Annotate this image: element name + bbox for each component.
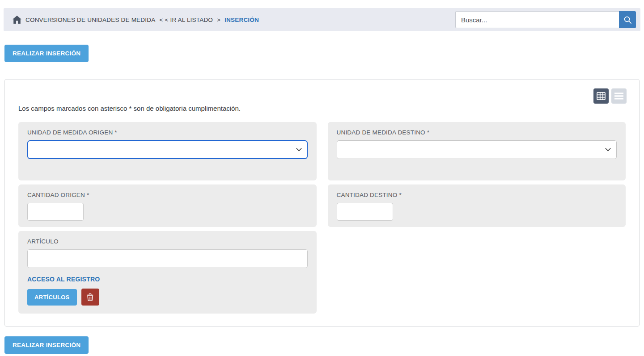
required-fields-note: Los campos marcados con asterisco * son … — [18, 105, 626, 112]
view-toggles — [593, 88, 627, 104]
realizar-insercion-top-button[interactable]: REALIZAR INSERCIÓN — [4, 45, 89, 62]
list-lines-icon — [614, 92, 623, 100]
insertion-form-panel: Los campos marcados con asterisco * son … — [4, 79, 640, 327]
unidad-origen-select-wrap — [27, 140, 308, 159]
field-group-unidad-origen: UNIDAD DE MEDIDA ORIGEN * — [18, 122, 317, 180]
articulo-label: ARTÍCULO — [27, 238, 308, 245]
unidad-origen-label: UNIDAD DE MEDIDA ORIGEN * — [27, 129, 308, 136]
unidad-destino-select[interactable] — [337, 140, 617, 159]
cantidad-destino-input[interactable] — [337, 203, 393, 221]
breadcrumb-separator: > — [217, 17, 220, 23]
table-grid-icon — [597, 92, 606, 100]
unidad-destino-select-wrap — [337, 140, 617, 159]
search-button[interactable] — [619, 11, 636, 28]
trash-icon — [87, 293, 93, 301]
field-group-unidad-destino: UNIDAD DE MEDIDA DESTINO * — [328, 122, 626, 180]
field-group-cantidad-destino: CANTIDAD DESTINO * — [328, 184, 626, 227]
breadcrumb-back-link[interactable]: < < IR AL LISTADO — [159, 17, 213, 23]
form-grid: UNIDAD DE MEDIDA ORIGEN * UNIDAD DE MEDI… — [18, 122, 626, 314]
search-group — [455, 11, 636, 28]
realizar-insercion-bottom-button[interactable]: REALIZAR INSERCIÓN — [4, 336, 89, 354]
home-icon[interactable] — [13, 16, 21, 24]
delete-articulo-button[interactable] — [81, 289, 99, 306]
breadcrumb-bar: CONVERSIONES DE UNIDADES DE MEDIDA < < I… — [4, 8, 640, 31]
cantidad-destino-label: CANTIDAD DESTINO * — [337, 192, 617, 198]
search-input[interactable] — [455, 11, 619, 28]
field-group-articulo: ARTÍCULO ACCESO AL REGISTRO ARTÍCULOS — [18, 231, 317, 314]
breadcrumb-current: INSERCIÓN — [225, 17, 259, 23]
unidad-origen-select[interactable] — [27, 140, 308, 159]
field-group-cantidad-origen: CANTIDAD ORIGEN * — [18, 184, 317, 227]
list-view-toggle-button[interactable] — [611, 88, 627, 104]
search-icon — [623, 16, 632, 24]
cantidad-origen-label: CANTIDAD ORIGEN * — [27, 192, 308, 198]
acceso-al-registro-link[interactable]: ACCESO AL REGISTRO — [27, 276, 100, 283]
breadcrumb: CONVERSIONES DE UNIDADES DE MEDIDA < < I… — [13, 16, 259, 24]
grid-view-toggle-button[interactable] — [593, 88, 609, 104]
articulos-button[interactable]: ARTÍCULOS — [27, 289, 77, 306]
cantidad-origen-input[interactable] — [27, 203, 84, 221]
breadcrumb-title: CONVERSIONES DE UNIDADES DE MEDIDA — [25, 17, 155, 23]
articulo-input[interactable] — [27, 249, 308, 268]
unidad-destino-label: UNIDAD DE MEDIDA DESTINO * — [337, 129, 617, 136]
articulo-buttons-row: ARTÍCULOS — [27, 289, 308, 306]
